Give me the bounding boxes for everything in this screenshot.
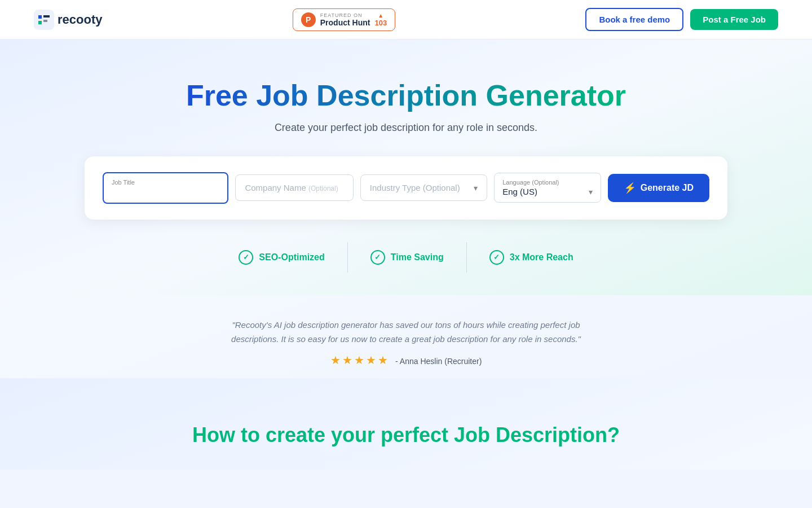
book-demo-button[interactable]: Book a free demo — [585, 8, 683, 31]
language-label: Language (Optional) — [502, 179, 593, 186]
ph-arrow-icon: ▲ — [378, 12, 383, 19]
job-title-label: Job Title — [112, 179, 219, 186]
industry-type-field[interactable]: Industry Type (Optional) ▾ — [360, 174, 487, 201]
generate-jd-button[interactable]: ⚡ Generate JD — [608, 174, 709, 202]
generate-jd-label: Generate JD — [641, 183, 694, 193]
ph-name-label: Product Hunt — [320, 18, 370, 27]
hero-subtitle: Create your perfect job description for … — [275, 122, 537, 134]
job-title-input[interactable] — [112, 187, 219, 196]
logo-icon — [34, 10, 54, 30]
job-title-field[interactable]: Job Title — [103, 172, 228, 204]
how-to-title-part2: Job Description — [454, 423, 607, 446]
how-to-title-part1: How to create your perfect — [192, 423, 454, 446]
navbar: recooty P FEATURED ON Product Hunt ▲ 103… — [0, 0, 812, 40]
reviewer-name: - Anna Heslin (Recruiter) — [395, 357, 482, 366]
ph-featured-label: FEATURED ON — [320, 12, 370, 18]
feature-more-reach: ✓ 3x More Reach — [467, 242, 596, 273]
how-to-title: How to create your perfect Job Descripti… — [34, 423, 778, 447]
language-value-text: Eng (US) — [502, 187, 537, 196]
feature-time-saving: ✓ Time Saving — [348, 242, 467, 273]
testimonial-quote: "Recooty's AI job description generator … — [209, 318, 603, 347]
check-icon-reach: ✓ — [489, 250, 504, 265]
feature-seo-optimized: ✓ SEO-Optimized — [216, 242, 347, 273]
ph-logo-icon: P — [301, 12, 316, 27]
language-field[interactable]: Language (Optional) Eng (US) ▾ — [494, 173, 601, 203]
testimonial-section: "Recooty's AI job description generator … — [0, 295, 812, 378]
check-icon-time: ✓ — [370, 250, 385, 265]
testimonial-rating-row: ★★★★★ - Anna Heslin (Recruiter) — [34, 353, 778, 367]
product-hunt-badge[interactable]: P FEATURED ON Product Hunt ▲ 103 — [293, 8, 395, 31]
ph-info: FEATURED ON Product Hunt — [320, 12, 370, 27]
bolt-icon: ⚡ — [624, 182, 636, 194]
feature-reach-label: 3x More Reach — [510, 252, 573, 262]
feature-seo-label: SEO-Optimized — [259, 252, 324, 262]
industry-placeholder: Industry Type (Optional) — [370, 183, 460, 192]
check-icon-seo: ✓ — [239, 250, 253, 265]
hero-section: Free Job Description Generator Create yo… — [0, 40, 812, 295]
chevron-down-icon: ▾ — [474, 183, 478, 192]
language-chevron-icon: ▾ — [589, 187, 593, 196]
ph-count-area: ▲ 103 — [374, 12, 387, 27]
how-to-title-part3: ? — [607, 423, 620, 446]
company-name-field[interactable]: Company Name (Optional) — [235, 174, 353, 201]
ph-count-number: 103 — [374, 19, 387, 27]
nav-buttons: Book a free demo Post a Free Job — [585, 8, 778, 31]
star-rating: ★★★★★ — [330, 354, 390, 366]
logo-area: recooty — [34, 10, 102, 30]
hero-title: Free Job Description Generator — [186, 79, 626, 113]
feature-time-label: Time Saving — [391, 252, 444, 262]
post-free-job-button[interactable]: Post a Free Job — [690, 9, 778, 30]
logo-text: recooty — [58, 12, 102, 27]
language-value-row: Eng (US) ▾ — [502, 187, 593, 196]
generator-form-card: Job Title Company Name (Optional) Indust… — [85, 156, 727, 220]
company-name-placeholder: Company Name (Optional) — [245, 183, 338, 192]
features-row: ✓ SEO-Optimized ✓ Time Saving ✓ 3x More … — [216, 242, 595, 273]
how-to-section: How to create your perfect Job Descripti… — [0, 378, 812, 470]
